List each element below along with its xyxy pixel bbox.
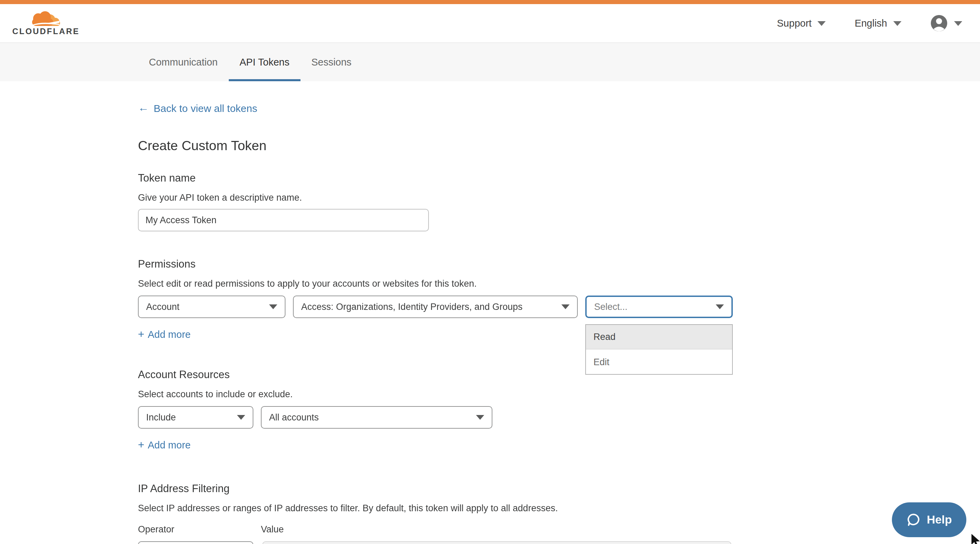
header-menu: Support English bbox=[748, 14, 962, 32]
account-resources-description: Select accounts to include or exclude. bbox=[138, 389, 980, 399]
dropdown-option-read[interactable]: Read bbox=[586, 325, 732, 349]
permissions-description: Select edit or read permissions to apply… bbox=[138, 279, 980, 289]
ip-operator-select[interactable]: Select... bbox=[138, 541, 253, 544]
header: CLOUDFLARE Support English bbox=[0, 4, 980, 42]
tab-sessions[interactable]: Sessions bbox=[301, 43, 363, 81]
chevron-down-icon bbox=[893, 21, 902, 25]
chat-bubble-icon bbox=[906, 512, 921, 527]
cloudflare-wordmark: CLOUDFLARE bbox=[12, 27, 80, 35]
token-name-section: Token name Give your API token a descrip… bbox=[138, 172, 980, 232]
language-menu-label: English bbox=[855, 18, 887, 29]
back-arrow-icon: ← bbox=[138, 102, 149, 114]
permission-level-placeholder: Select... bbox=[594, 302, 628, 312]
accounts-select[interactable]: All accounts bbox=[261, 406, 492, 429]
tab-label: API Tokens bbox=[240, 57, 290, 68]
mouse-cursor bbox=[970, 532, 980, 544]
add-more-label: Add more bbox=[148, 439, 191, 450]
account-resources-heading: Account Resources bbox=[138, 369, 980, 381]
plus-icon: + bbox=[138, 328, 145, 341]
cloudflare-cloud-icon bbox=[28, 11, 64, 27]
back-link-label: Back to view all tokens bbox=[154, 102, 258, 114]
app-root: CLOUDFLARE Support English Com bbox=[0, 0, 980, 544]
account-resources-add-more-link[interactable]: + Add more bbox=[138, 439, 191, 451]
chevron-down-icon bbox=[716, 305, 724, 309]
chevron-down-icon bbox=[562, 305, 570, 309]
ip-filtering-section: IP Address Filtering Select IP addresses… bbox=[138, 482, 980, 544]
cloudflare-logo[interactable]: CLOUDFLARE bbox=[12, 11, 80, 35]
permissions-section: Permissions Select edit or read permissi… bbox=[138, 258, 980, 341]
permissions-add-more-link[interactable]: + Add more bbox=[138, 328, 191, 341]
chevron-down-icon bbox=[818, 21, 826, 25]
tab-bar: Communication API Tokens Sessions bbox=[0, 42, 980, 81]
dropdown-option-edit[interactable]: Edit bbox=[586, 349, 732, 374]
account-mode-select[interactable]: Include bbox=[138, 406, 253, 429]
permission-access-select[interactable]: Access: Organizations, Identity Provider… bbox=[293, 295, 578, 318]
permission-type-value: Account bbox=[146, 302, 180, 312]
user-avatar-icon bbox=[930, 14, 948, 32]
operator-label: Operator bbox=[138, 524, 261, 534]
help-button[interactable]: Help bbox=[892, 502, 966, 537]
help-button-label: Help bbox=[927, 513, 952, 527]
tab-label: Communication bbox=[149, 57, 218, 68]
brand-accent-bar bbox=[0, 0, 980, 4]
permission-level-select-wrap: Select... Read Edit bbox=[585, 295, 740, 318]
permission-level-dropdown-menu: Read Edit bbox=[585, 324, 733, 375]
ip-value-input[interactable] bbox=[262, 541, 732, 544]
value-label: Value bbox=[261, 524, 284, 534]
account-mode-value: Include bbox=[146, 412, 176, 422]
page-title: Create Custom Token bbox=[138, 138, 980, 154]
plus-icon: + bbox=[138, 439, 145, 451]
language-menu[interactable]: English bbox=[855, 18, 902, 29]
account-resources-section: Account Resources Select accounts to inc… bbox=[138, 369, 980, 451]
token-name-description: Give your API token a descriptive name. bbox=[138, 192, 980, 203]
back-link[interactable]: ← Back to view all tokens bbox=[138, 102, 258, 114]
add-more-label: Add more bbox=[148, 329, 191, 340]
chevron-down-icon bbox=[237, 415, 245, 420]
ip-filtering-description: Select IP addresses or ranges of IP addr… bbox=[138, 503, 980, 513]
token-name-heading: Token name bbox=[138, 172, 980, 184]
support-menu-label: Support bbox=[777, 18, 812, 29]
account-resources-row: Include All accounts bbox=[138, 406, 980, 429]
ip-filtering-labels: Operator Value bbox=[138, 524, 980, 534]
tab-label: Sessions bbox=[312, 57, 352, 68]
ip-filtering-row: Select... bbox=[138, 541, 980, 544]
permissions-row: Account Access: Organizations, Identity … bbox=[138, 295, 980, 318]
main-content: ← Back to view all tokens Create Custom … bbox=[0, 81, 980, 544]
chevron-down-icon bbox=[954, 21, 962, 25]
chevron-down-icon bbox=[269, 305, 277, 309]
permission-access-value: Access: Organizations, Identity Provider… bbox=[301, 302, 522, 312]
accounts-select-value: All accounts bbox=[269, 412, 319, 422]
ip-filtering-heading: IP Address Filtering bbox=[138, 482, 980, 495]
permissions-heading: Permissions bbox=[138, 258, 980, 270]
tab-api-tokens[interactable]: API Tokens bbox=[229, 43, 301, 81]
permission-type-select[interactable]: Account bbox=[138, 295, 285, 318]
support-menu[interactable]: Support bbox=[777, 18, 826, 29]
permission-level-select[interactable]: Select... bbox=[585, 295, 733, 318]
chevron-down-icon bbox=[476, 415, 484, 420]
account-menu[interactable] bbox=[930, 14, 962, 32]
tab-communication[interactable]: Communication bbox=[138, 43, 229, 81]
token-name-input[interactable] bbox=[138, 209, 429, 232]
